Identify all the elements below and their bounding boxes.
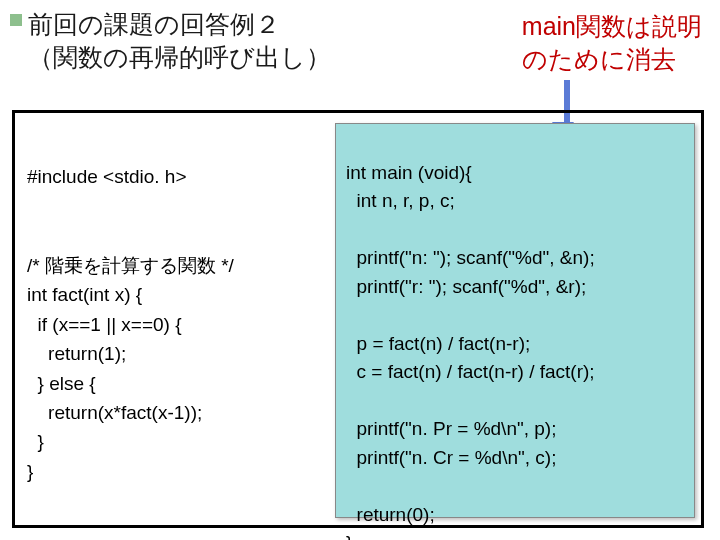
code-line: } (346, 532, 352, 540)
code-line: } else { (27, 373, 96, 394)
slide-header: 前回の課題の回答例２ （関数の再帰的呼び出し） main関数は説明 のために消去 (0, 0, 720, 81)
code-line: printf("r: "); scanf("%d", &r); (346, 276, 586, 297)
code-left-column: #include <stdio. h> /* 階乗を計算する関数 */ int … (27, 133, 327, 486)
code-line: c = fact(n) / fact(n-r) / fact(r); (346, 361, 595, 382)
code-line: int fact(int x) { (27, 284, 142, 305)
code-line: printf("n. Pr = %d\n", p); (346, 418, 556, 439)
code-line: if (x==1 || x==0) { (27, 314, 182, 335)
code-line: return(1); (27, 343, 126, 364)
code-line: printf("n. Cr = %d\n", c); (346, 447, 556, 468)
code-line: p = fact(n) / fact(n-r); (346, 333, 530, 354)
side-note: main関数は説明 のために消去 (522, 10, 702, 75)
note-line-1: main関数は説明 (522, 10, 702, 43)
code-line: } (27, 431, 44, 452)
square-bullet-icon (10, 14, 22, 26)
code-line: printf("n: "); scanf("%d", &n); (346, 247, 595, 268)
code-line: #include <stdio. h> (27, 166, 187, 187)
code-line: int main (void){ (346, 162, 472, 183)
code-line: } (27, 461, 33, 482)
code-frame: #include <stdio. h> /* 階乗を計算する関数 */ int … (12, 110, 704, 528)
code-line: /* 階乗を計算する関数 */ (27, 255, 234, 276)
note-line-2: のために消去 (522, 43, 702, 76)
code-line: return(0); (346, 504, 435, 525)
code-line: return(x*fact(x-1)); (27, 402, 202, 423)
code-right-column: int main (void){ int n, r, p, c; printf(… (335, 123, 695, 518)
code-line: int n, r, p, c; (346, 190, 455, 211)
